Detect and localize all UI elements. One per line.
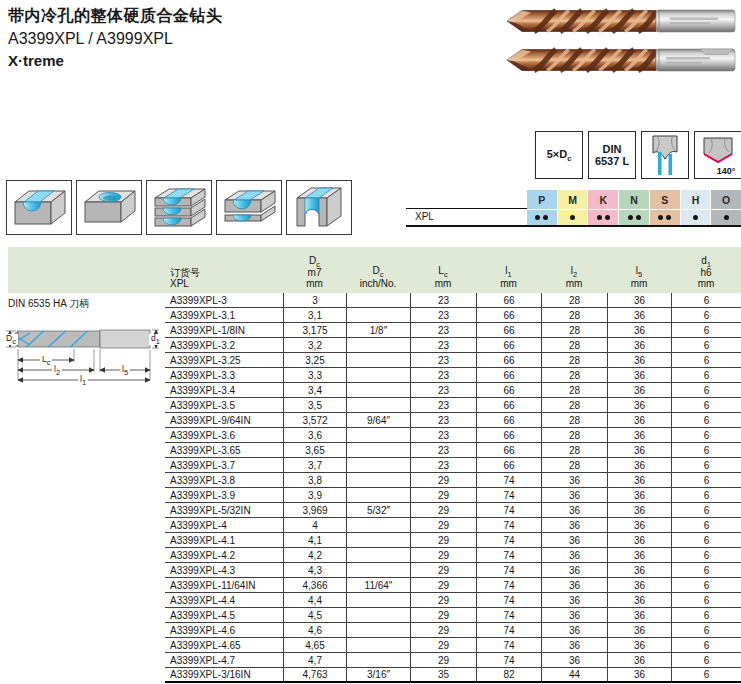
- value-cell: 23: [410, 323, 476, 337]
- value-cell: 36: [607, 443, 671, 457]
- order-code: A3399XPL-5/32IN: [165, 503, 283, 517]
- value-cell: 3/16″: [346, 668, 410, 681]
- value-cell: 36: [541, 473, 607, 487]
- table-row: A3399XPL-4.74,7297436366: [165, 653, 741, 668]
- table-row: A3399XPL-9/64IN3,5729/64″236628366: [165, 413, 741, 428]
- value-cell: 36: [541, 563, 607, 577]
- material-dots-N: [619, 210, 649, 225]
- shank-engraving-mark: [670, 18, 718, 21]
- value-cell: 36: [607, 383, 671, 397]
- value-cell: [346, 653, 410, 667]
- column-header-7: d1h6mm: [671, 256, 741, 290]
- value-cell: 3,969: [283, 503, 346, 517]
- material-group-K: K: [588, 190, 618, 209]
- value-cell: 36: [607, 608, 671, 622]
- value-cell: 23: [410, 293, 476, 307]
- column-header-1: Dcm7mm: [283, 256, 346, 290]
- app-through-hole-icon: [6, 180, 72, 235]
- value-cell: 3,2: [283, 338, 346, 352]
- table-row: A3399XPL-11/64IN4,36611/64″297436366: [165, 578, 741, 593]
- value-cell: 6: [671, 338, 741, 352]
- value-cell: 66: [476, 398, 541, 412]
- value-cell: 36: [607, 293, 671, 307]
- value-cell: 74: [476, 578, 541, 592]
- material-row-divider: [406, 208, 527, 209]
- value-cell: 4,1: [283, 533, 346, 547]
- value-cell: 6: [671, 293, 741, 307]
- order-code: A3399XPL-3.2: [165, 338, 283, 352]
- value-cell: 36: [541, 578, 607, 592]
- table-row: A3399XPL-3.653,65236628366: [165, 443, 741, 458]
- order-code: A3399XPL-4.2: [165, 548, 283, 562]
- column-header-4: l1mm: [476, 266, 541, 289]
- value-cell: 11/64″: [346, 578, 410, 592]
- value-cell: [346, 368, 410, 382]
- value-cell: 9/64″: [346, 413, 410, 427]
- value-cell: 74: [476, 503, 541, 517]
- suitability-dot: [597, 215, 602, 220]
- value-cell: 23: [410, 428, 476, 442]
- value-cell: [346, 308, 410, 322]
- dim-label-l2: l2: [52, 365, 62, 376]
- table-row: A3399XPL-44297436366: [165, 518, 741, 533]
- value-cell: 3,1: [283, 308, 346, 322]
- value-cell: 29: [410, 533, 476, 547]
- value-cell: 74: [476, 653, 541, 667]
- value-cell: 28: [541, 293, 607, 307]
- value-cell: 3,9: [283, 488, 346, 502]
- value-cell: [346, 293, 410, 307]
- value-cell: 74: [476, 563, 541, 577]
- dim-label-dc: Dc: [4, 334, 18, 345]
- value-cell: 4,2: [283, 548, 346, 562]
- value-cell: 3,65: [283, 443, 346, 457]
- value-cell: 6: [671, 488, 741, 502]
- table-row: A3399XPL-4.654,65297436366: [165, 638, 741, 653]
- value-cell: 28: [541, 458, 607, 472]
- value-cell: 28: [541, 323, 607, 337]
- value-cell: 4,7: [283, 653, 346, 667]
- value-cell: 6: [671, 563, 741, 577]
- value-cell: [346, 383, 410, 397]
- value-cell: 74: [476, 623, 541, 637]
- value-cell: 29: [410, 638, 476, 652]
- value-cell: 5/32″: [346, 503, 410, 517]
- value-cell: [346, 638, 410, 652]
- order-code: A3399XPL-1/8IN: [165, 323, 283, 337]
- value-cell: [346, 608, 410, 622]
- column-header-3: Lcmm: [410, 266, 476, 289]
- order-code: A3399XPL-3.65: [165, 443, 283, 457]
- table-row: A3399XPL-3.53,5236628366: [165, 398, 741, 413]
- value-cell: 36: [607, 593, 671, 607]
- catalog-page: 带内冷孔的整体硬质合金钻头 A3399XPL / A3999XPL X·trem…: [0, 0, 741, 684]
- value-cell: 28: [541, 368, 607, 382]
- order-code: A3399XPL-3.25: [165, 353, 283, 367]
- material-dots-O: [711, 210, 741, 225]
- value-cell: 66: [476, 308, 541, 322]
- value-cell: 74: [476, 518, 541, 532]
- value-cell: 29: [410, 473, 476, 487]
- value-cell: 36: [541, 533, 607, 547]
- value-cell: 23: [410, 368, 476, 382]
- internal-coolant-icon: [643, 133, 687, 177]
- value-cell: 36: [607, 533, 671, 547]
- value-cell: 74: [476, 488, 541, 502]
- order-code: A3399XPL-4.5: [165, 608, 283, 622]
- value-cell: 36: [607, 458, 671, 472]
- value-cell: 6: [671, 578, 741, 592]
- value-cell: 36: [541, 638, 607, 652]
- table-row: A3399XPL-4.34,3297436366: [165, 563, 741, 578]
- material-dots-P: [527, 210, 557, 225]
- table-row: A3399XPL-3.43,4236628366: [165, 383, 741, 398]
- material-dots-S: [650, 210, 680, 225]
- material-letters: PMKNSHO: [527, 190, 741, 209]
- value-cell: 3,6: [283, 428, 346, 442]
- value-cell: 6: [671, 398, 741, 412]
- value-cell: 36: [607, 638, 671, 652]
- table-row: A3399XPL-3.93,9297436366: [165, 488, 741, 503]
- suitability-dot: [628, 215, 633, 220]
- value-cell: 36: [607, 413, 671, 427]
- value-cell: 4,6: [283, 623, 346, 637]
- value-cell: [346, 458, 410, 472]
- suitability-dot: [543, 215, 548, 220]
- value-cell: 36: [607, 398, 671, 412]
